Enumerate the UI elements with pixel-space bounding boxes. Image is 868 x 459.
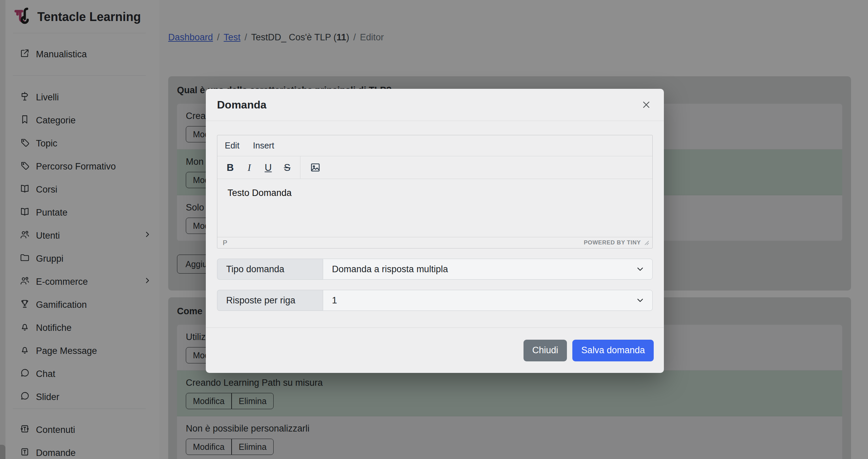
close-button[interactable]: Chiudi — [524, 340, 567, 361]
tipo-domanda-select[interactable]: Domanda a risposta multipla — [323, 259, 653, 280]
modal-body: Edit Insert B I U S Testo Domanda P P — [206, 121, 664, 311]
chevron-down-icon — [635, 296, 645, 305]
question-modal: Domanda Edit Insert B I U S — [206, 89, 664, 373]
modal-header: Domanda — [206, 89, 664, 121]
field-tipo-domanda: Tipo domanda Domanda a risposta multipla — [217, 259, 653, 280]
italic-button[interactable]: I — [240, 159, 259, 176]
editor-content[interactable]: Testo Domanda — [217, 179, 652, 237]
tiny-branding: POWERED BY TINY — [584, 239, 649, 246]
field-risposte-per-riga: Risposte per riga 1 — [217, 290, 653, 311]
save-question-button[interactable]: Salva domanda — [572, 340, 654, 361]
modal-footer: Chiudi Salva domanda — [206, 327, 664, 373]
strikethrough-button[interactable]: S — [278, 159, 297, 176]
rich-text-editor: Edit Insert B I U S Testo Domanda P P — [217, 135, 653, 248]
editor-menubar: Edit Insert — [217, 135, 652, 156]
bold-button[interactable]: B — [221, 159, 240, 176]
field-label: Risposte per riga — [217, 290, 323, 311]
field-label: Tipo domanda — [217, 259, 323, 280]
close-icon[interactable] — [639, 97, 654, 112]
menu-insert[interactable]: Insert — [253, 141, 274, 151]
selected-value: Domanda a risposta multipla — [332, 264, 448, 275]
menu-edit[interactable]: Edit — [225, 141, 239, 151]
modal-title: Domanda — [217, 99, 267, 111]
risposte-per-riga-select[interactable]: 1 — [323, 290, 653, 311]
editor-toolbar: B I U S — [217, 156, 652, 179]
resize-handle-icon — [644, 240, 649, 245]
scrollbar-thumb[interactable] — [0, 445, 5, 459]
editor-statusbar: P POWERED BY TINY — [217, 237, 652, 248]
underline-button[interactable]: U — [259, 159, 278, 176]
element-path: P — [223, 239, 227, 247]
chevron-down-icon — [635, 264, 645, 274]
toolbar-separator — [300, 156, 300, 179]
selected-value: 1 — [332, 295, 337, 306]
insert-image-button[interactable] — [306, 159, 325, 176]
